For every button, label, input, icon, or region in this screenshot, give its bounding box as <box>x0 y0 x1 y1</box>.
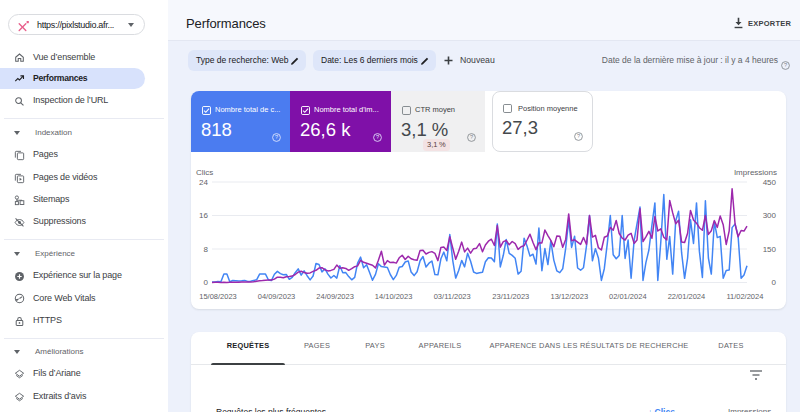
svg-text:23/11/2023: 23/11/2023 <box>492 292 529 301</box>
svg-text:24: 24 <box>199 178 208 187</box>
svg-text:02/01/2024: 02/01/2024 <box>609 292 647 301</box>
svg-text:03/11/2023: 03/11/2023 <box>434 292 471 301</box>
svg-text:Impressions: Impressions <box>734 168 777 177</box>
svg-text:22/01/2024: 22/01/2024 <box>668 292 706 301</box>
svg-text:11/02/2024: 11/02/2024 <box>726 292 763 301</box>
svg-text:14/10/2023: 14/10/2023 <box>375 292 413 301</box>
svg-text:450: 450 <box>763 178 777 187</box>
svg-text:15/08/2023: 15/08/2023 <box>199 292 237 301</box>
svg-text:0: 0 <box>772 278 777 287</box>
svg-text:24/09/2023: 24/09/2023 <box>316 292 354 301</box>
svg-text:0: 0 <box>204 278 209 287</box>
svg-text:16: 16 <box>199 211 208 220</box>
svg-text:8: 8 <box>204 245 209 254</box>
svg-text:300: 300 <box>763 211 777 220</box>
svg-text:150: 150 <box>763 245 777 254</box>
svg-text:04/09/2023: 04/09/2023 <box>258 292 296 301</box>
svg-text:?: ? <box>784 62 787 68</box>
svg-text:13/12/2023: 13/12/2023 <box>551 292 589 301</box>
svg-text:Clics: Clics <box>196 168 213 177</box>
